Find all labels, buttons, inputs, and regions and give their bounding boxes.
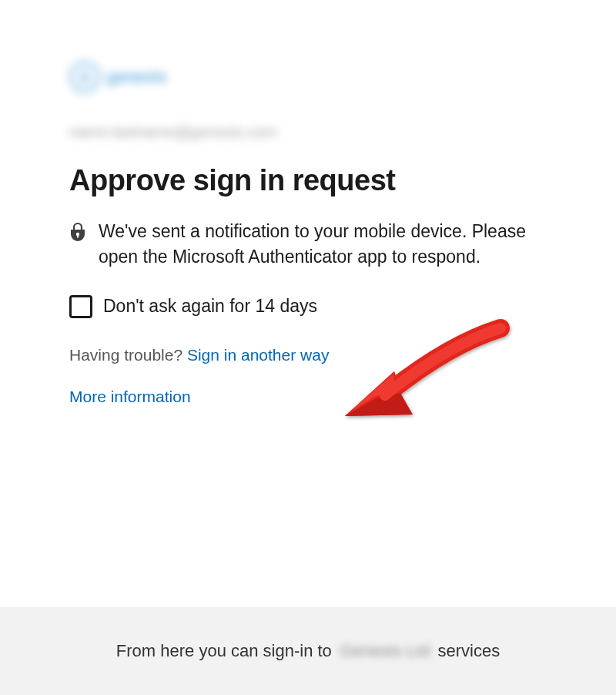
footer-suffix: services	[433, 641, 500, 660]
footer-prefix: From here you can sign-in to	[116, 641, 336, 660]
page-title: Approve sign in request	[69, 164, 547, 197]
notification-message: We've sent a notification to your mobile…	[99, 219, 547, 270]
footer-org-name: Genesis Ltd	[336, 641, 433, 661]
sign-in-another-way-link[interactable]: Sign in another way	[187, 346, 329, 364]
signin-card: G genesis name.lastname@genesis.com Appr…	[0, 0, 616, 406]
account-email: name.lastname@genesis.com	[69, 123, 547, 141]
footer: From here you can sign-in to Genesis Ltd…	[0, 607, 616, 695]
remember-label[interactable]: Don't ask again for 14 days	[103, 296, 317, 317]
remember-checkbox[interactable]	[69, 295, 92, 318]
more-information-link[interactable]: More information	[69, 388, 191, 405]
svg-rect-1	[77, 235, 79, 238]
logo-text: genesis	[106, 67, 166, 87]
trouble-prefix: Having trouble?	[69, 346, 187, 364]
logo-mark-icon: G	[69, 62, 100, 92]
remember-row: Don't ask again for 14 days	[69, 295, 547, 318]
trouble-row: Having trouble? Sign in another way	[69, 346, 547, 364]
lock-icon	[69, 222, 86, 247]
notification-message-row: We've sent a notification to your mobile…	[69, 219, 547, 270]
brand-logo: G genesis	[69, 62, 547, 92]
